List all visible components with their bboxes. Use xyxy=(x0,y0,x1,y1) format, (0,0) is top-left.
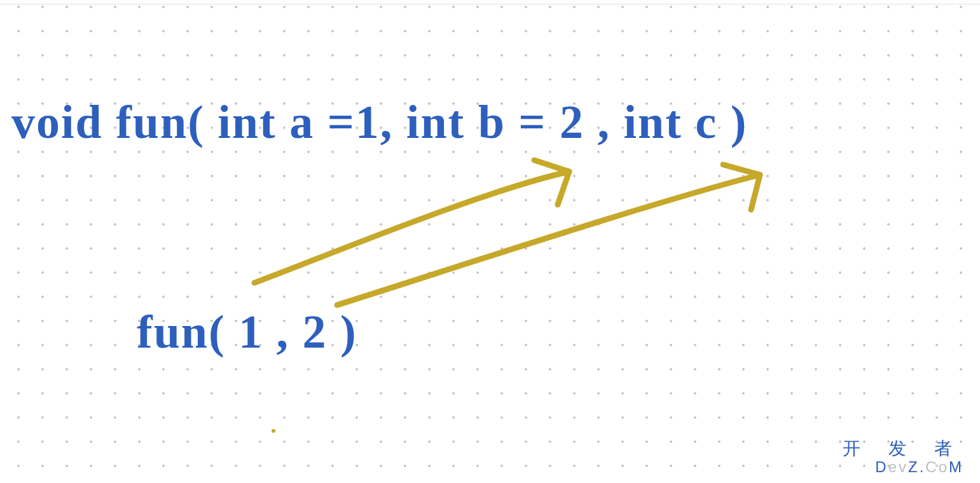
watermark: 开 发 者 DevZ.CoM xyxy=(843,439,963,475)
function-call-text: fun( 1 , 2 ) xyxy=(137,305,357,359)
wm-z: Z. xyxy=(908,458,925,475)
wm-ev: ev xyxy=(888,458,908,475)
wm-D: D xyxy=(875,458,888,475)
wm-co: Co xyxy=(925,458,949,475)
wm-m: M xyxy=(949,458,963,475)
function-declaration-text: void fun( int a =1, int b = 2 , int c ) xyxy=(11,95,747,149)
dot-grid-background xyxy=(0,0,980,483)
watermark-cn: 开 发 者 xyxy=(843,439,963,459)
watermark-en: DevZ.CoM xyxy=(843,459,963,475)
